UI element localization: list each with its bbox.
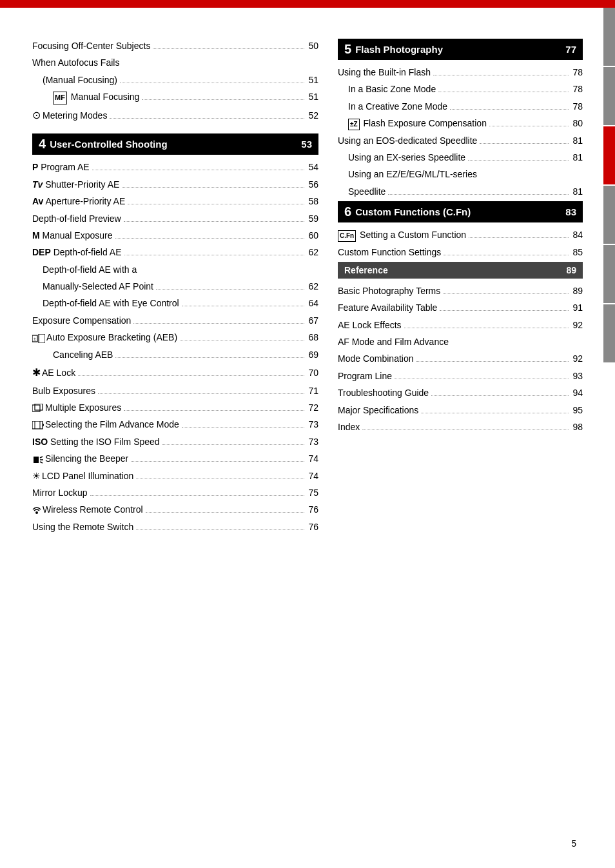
dot-leader — [440, 310, 569, 311]
entry-text: In a Basic Zone Mode — [348, 82, 436, 96]
dot-leader — [120, 83, 304, 83]
section-6-title: Custom Functions (C.Fn) — [355, 206, 565, 217]
entry-text: Bulb Exposures — [32, 384, 95, 398]
page-num: 78 — [572, 82, 583, 96]
list-item: Av Aperture-Priority AE 58 — [32, 194, 318, 208]
page-num: 74 — [308, 451, 318, 466]
list-item: Major Specifications 95 — [338, 403, 583, 417]
dot-leader — [404, 328, 569, 328]
dot-leader — [443, 293, 569, 294]
entry-text: M Manual Exposure — [32, 228, 113, 242]
dot-leader — [115, 357, 304, 358]
dot-leader — [124, 221, 305, 222]
list-item: Index 98 — [338, 420, 583, 434]
page-num: 68 — [308, 330, 318, 344]
page-num: 93 — [572, 369, 583, 383]
section-4-header: 4 User-Controlled Shooting 53 — [32, 133, 318, 155]
dot-leader — [110, 118, 304, 119]
page-num: 62 — [308, 245, 318, 259]
side-tabs — [603, 8, 615, 362]
list-item: (Manual Focusing) 51 — [32, 73, 318, 87]
page-num: 50 — [308, 39, 318, 53]
entry-text: Custom Function Settings — [338, 245, 441, 259]
entry-text: Speedlite — [348, 184, 386, 199]
page-num: 73 — [308, 435, 318, 449]
svg-point-14 — [35, 511, 38, 514]
page-num: 89 — [572, 284, 583, 298]
entry-text: Silencing the Beeper — [32, 451, 128, 466]
section-6-header: 6 Custom Functions (C.Fn) 83 — [338, 201, 583, 222]
list-item: Selecting the Film Advance Mode 73 — [32, 417, 318, 431]
page-num: 69 — [308, 348, 318, 362]
page-num: 51 — [308, 90, 318, 104]
list-item: AF Mode and Film Advance — [338, 335, 583, 349]
entry-text: DEP Depth-of-field AE — [32, 245, 122, 259]
page-num: 91 — [572, 301, 583, 315]
list-item: Multiple Exposures 72 — [32, 400, 318, 415]
list-item: MF Manual Focusing 51 — [32, 90, 318, 104]
entry-text: AE Lock Effects — [338, 318, 402, 332]
page-num: 78 — [572, 99, 583, 113]
entry-text: Tv Shutter-Priority AE — [32, 177, 119, 192]
entry-text: ±Auto Exposure Bracketing (AEB) — [32, 330, 177, 344]
dot-leader — [98, 393, 304, 394]
dot-leader — [480, 143, 569, 144]
dot-leader — [162, 444, 305, 445]
page-num: 52 — [308, 108, 318, 123]
list-item: AE Lock Effects 92 — [338, 318, 583, 332]
cfn-icon: C.Fn — [338, 230, 356, 242]
list-item: Manually-Selected AF Point 62 — [32, 279, 318, 293]
dot-leader — [92, 170, 305, 170]
entry-text: Depth-of-field Preview — [32, 212, 121, 226]
list-item: Feature Availability Table 91 — [338, 301, 583, 315]
side-tab-2 — [603, 67, 615, 125]
side-tab-6 — [603, 304, 615, 362]
entry-text: Using the Built-in Flash — [338, 65, 431, 79]
dot-leader — [133, 323, 304, 324]
list-item: Using an EOS-dedicated Speedlite 81 — [338, 133, 583, 148]
page-num: 74 — [308, 469, 318, 483]
dot-leader — [182, 427, 305, 428]
section-4-page: 53 — [301, 139, 312, 150]
mf-icon: MF — [53, 92, 67, 104]
dot-leader — [136, 478, 304, 479]
svg-text:±: ± — [34, 337, 36, 341]
section-4-title: User-Controlled Shooting — [50, 139, 301, 150]
dot-leader — [124, 410, 304, 411]
list-item: ISO Setting the ISO Film Speed 73 — [32, 435, 318, 449]
dot-leader — [136, 529, 304, 530]
list-item: C.Fn Setting a Custom Function 84 — [338, 228, 583, 242]
list-item: Depth-of-field AE with Eye Control 64 — [32, 296, 318, 310]
dot-leader — [469, 237, 569, 238]
list-item: Depth-of-field AE with a — [32, 262, 318, 277]
left-column: Focusing Off-Center Subjects 50 When Aut… — [32, 39, 318, 537]
entry-text: AF Mode and Film Advance — [338, 335, 449, 349]
entry-text: Av Aperture-Priority AE — [32, 194, 125, 208]
reference-page: 89 — [566, 265, 576, 275]
entry-text: Program Line — [338, 369, 392, 383]
entry-text: In a Creative Zone Mode — [348, 99, 447, 113]
wireless-icon — [32, 506, 41, 515]
page-num: 64 — [308, 296, 318, 310]
section-6-page: 83 — [565, 206, 576, 217]
section-5-header: 5 Flash Photography 77 — [338, 39, 583, 60]
page-num: 92 — [572, 318, 583, 332]
dot-leader — [124, 255, 305, 255]
entry-text: (Manual Focusing) — [43, 73, 117, 87]
entry-text: Using the Remote Switch — [32, 520, 133, 534]
entry-text: ☀LCD Panel Illumination — [32, 469, 133, 483]
right-column: 5 Flash Photography 77 Using the Built-i… — [338, 39, 583, 537]
lcd-icon: ☀ — [32, 471, 41, 481]
side-tab-5 — [603, 245, 615, 303]
entry-text: Using an EZ/E/EG/ML/TL-series — [348, 167, 477, 181]
page-num: 84 — [572, 228, 583, 242]
entry-text: Troubleshooting Guide — [338, 386, 429, 400]
dot-leader — [90, 495, 305, 496]
page-num: 81 — [572, 150, 583, 164]
section-4-num: 4 — [39, 137, 46, 152]
aeb-icon: ± — [32, 334, 45, 343]
entry-text: C.Fn Setting a Custom Function — [338, 228, 466, 242]
dot-leader — [156, 289, 304, 290]
page-num: 78 — [572, 65, 583, 79]
list-item: Custom Function Settings 85 — [338, 245, 583, 259]
